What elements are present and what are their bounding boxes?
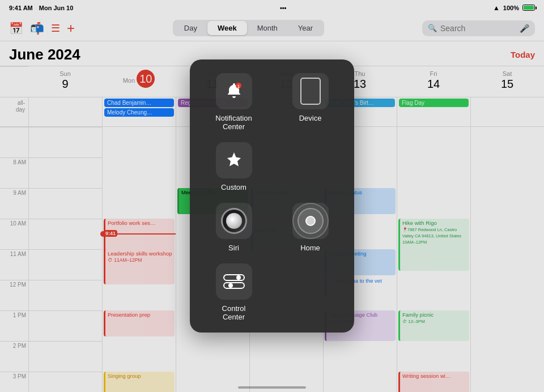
popup-item-device[interactable]: Device	[278, 73, 343, 131]
home-button-icon	[292, 203, 329, 239]
popup-item-notification[interactable]: 1 NotificationCenter	[201, 73, 266, 131]
svg-point-3	[236, 275, 241, 280]
device-icon	[300, 78, 321, 105]
siri-icon-wrap	[216, 203, 252, 239]
popup-item-siri[interactable]: Siri	[201, 203, 266, 252]
popup-item-custom[interactable]: Custom	[201, 142, 266, 191]
home-icon-wrap	[292, 203, 329, 239]
siri-icon	[221, 208, 247, 234]
svg-point-5	[228, 283, 233, 288]
popup-home-label: Home	[300, 244, 320, 252]
overlay[interactable]: 1 NotificationCenter Device Custom	[0, 0, 544, 392]
popup-custom-label: Custom	[221, 183, 246, 191]
assistive-touch-popup: 1 NotificationCenter Device Custom	[190, 59, 354, 333]
device-icon-wrap	[292, 73, 329, 109]
control-center-icon-wrap	[216, 263, 252, 300]
popup-item-home[interactable]: Home	[278, 203, 343, 252]
popup-control-label: ControlCenter	[222, 304, 246, 321]
svg-rect-2	[224, 275, 244, 280]
popup-item-control[interactable]: ControlCenter	[201, 263, 266, 321]
popup-notification-label: NotificationCenter	[215, 114, 252, 131]
notification-icon-wrap: 1	[216, 73, 252, 109]
custom-icon-wrap	[216, 142, 252, 178]
popup-device-label: Device	[299, 114, 322, 122]
svg-text:1: 1	[237, 84, 240, 88]
svg-rect-4	[224, 283, 244, 288]
popup-siri-label: Siri	[228, 244, 239, 252]
